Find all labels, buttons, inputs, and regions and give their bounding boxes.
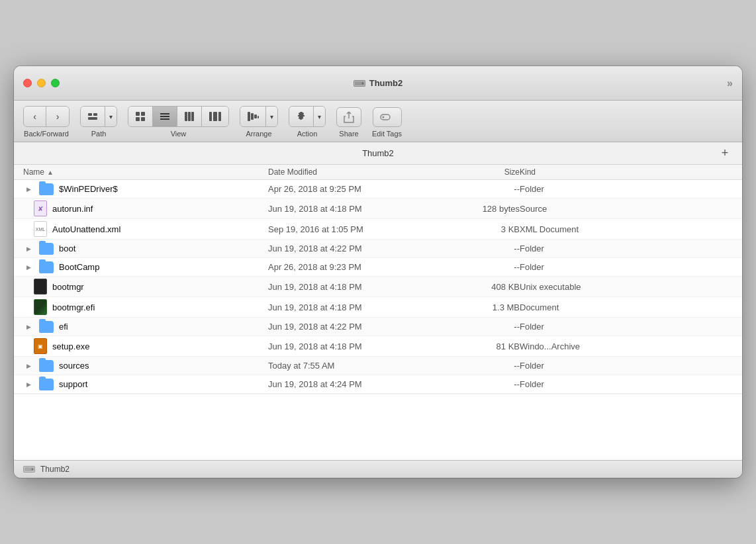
- drive-icon: [354, 79, 365, 88]
- close-button[interactable]: [23, 79, 32, 87]
- file-name-cell: ▶sources: [23, 360, 268, 372]
- table-row[interactable]: bootmgrJun 19, 2018 at 4:18 PM408 KBUnix…: [14, 277, 742, 297]
- forward-button[interactable]: ›: [46, 107, 69, 126]
- action-arrow[interactable]: ▾: [313, 107, 325, 126]
- file-date-cell: Jun 19, 2018 at 4:18 PM: [268, 204, 427, 214]
- gallery-view-button[interactable]: [202, 107, 228, 126]
- folder-icon: [39, 321, 54, 333]
- file-name-cell: bootmgr.efi: [23, 299, 268, 315]
- disclosure-triangle[interactable]: ▶: [23, 322, 34, 332]
- svg-rect-22: [254, 114, 257, 118]
- list-view-button[interactable]: [153, 107, 177, 126]
- svg-rect-15: [188, 112, 191, 121]
- file-kind-cell: Folder: [520, 184, 733, 194]
- svg-rect-24: [381, 114, 390, 120]
- kind-column-header[interactable]: Kind: [520, 167, 733, 177]
- minimize-button[interactable]: [37, 79, 46, 87]
- disclosure-triangle[interactable]: ▶: [23, 262, 34, 273]
- svg-rect-20: [248, 112, 250, 121]
- svg-rect-14: [185, 112, 187, 121]
- action-group: ▾ Action: [289, 106, 326, 138]
- disclosure-triangle[interactable]: ▶: [23, 184, 34, 195]
- back-button[interactable]: ‹: [24, 107, 46, 126]
- folder-icon: [39, 379, 54, 390]
- path-icon: [87, 111, 98, 122]
- bootmgr-file-icon: [34, 279, 47, 295]
- table-row[interactable]: ▶sourcesToday at 7:55 AM--Folder: [14, 357, 742, 375]
- file-name-text: bootmgr: [52, 282, 84, 292]
- disclosure-triangle[interactable]: ▶: [23, 361, 34, 371]
- date-column-header[interactable]: Date Modified: [268, 167, 427, 177]
- svg-rect-9: [136, 117, 140, 121]
- toolbar: ‹ › Back/Forward ▾ Path: [14, 101, 742, 142]
- arrange-label: Arrange: [246, 130, 271, 138]
- disclosure-triangle[interactable]: ▶: [23, 379, 34, 390]
- svg-rect-13: [160, 118, 169, 120]
- file-date-cell: Sep 19, 2016 at 1:05 PM: [268, 224, 427, 234]
- file-date-cell: Apr 26, 2018 at 9:23 PM: [268, 262, 427, 272]
- table-row[interactable]: ▶supportJun 19, 2018 at 4:24 PM--Folder: [14, 375, 742, 394]
- edit-tags-label: Edit Tags: [372, 130, 402, 138]
- svg-rect-7: [136, 112, 140, 116]
- expand-icon[interactable]: »: [727, 77, 733, 89]
- svg-rect-6: [93, 113, 97, 116]
- view-buttons: [128, 106, 229, 127]
- arrange-group: ▾ Arrange: [240, 106, 278, 138]
- drive-small-icon: [23, 465, 35, 474]
- column-view-button[interactable]: [177, 107, 202, 126]
- table-row[interactable]: ▣setup.exeJun 19, 2018 at 4:18 PM81 KBWi…: [14, 336, 742, 357]
- tags-icon: [380, 112, 395, 122]
- table-row[interactable]: ✘autorun.infJun 19, 2018 at 4:18 PM128 b…: [14, 199, 742, 219]
- file-date-cell: Jun 19, 2018 at 4:24 PM: [268, 379, 427, 389]
- file-name-text: setup.exe: [52, 341, 89, 351]
- file-size-cell: 3 KB: [427, 224, 520, 234]
- table-row[interactable]: ▶efiJun 19, 2018 at 4:22 PM--Folder: [14, 318, 742, 336]
- svg-rect-21: [251, 113, 254, 120]
- folder-icon: [39, 360, 54, 372]
- share-button[interactable]: [336, 107, 361, 127]
- table-row[interactable]: ▶BootCampApr 26, 2018 at 9:23 PM--Folder: [14, 258, 742, 277]
- file-name-text: support: [59, 379, 87, 389]
- file-date-cell: Jun 19, 2018 at 4:22 PM: [268, 322, 427, 332]
- action-button-group: ▾: [289, 106, 326, 127]
- name-column-header[interactable]: Name ▲: [23, 167, 268, 177]
- back-forward-label: Back/Forward: [24, 130, 69, 138]
- path-button[interactable]: [81, 107, 105, 126]
- file-date-cell: Jun 19, 2018 at 4:18 PM: [268, 341, 427, 351]
- path-label: Path: [91, 130, 107, 138]
- file-kind-cell: Folder: [520, 322, 733, 332]
- arrange-button-group: ▾: [240, 106, 278, 127]
- table-row[interactable]: ▶bootJun 19, 2018 at 4:22 PM--Folder: [14, 240, 742, 258]
- edit-tags-button[interactable]: [373, 107, 402, 127]
- arrange-arrow[interactable]: ▾: [265, 107, 277, 126]
- add-tab-button[interactable]: +: [717, 146, 733, 160]
- setup-file-icon: ▣: [34, 338, 47, 354]
- file-name-cell: XMLAutoUnattend.xml: [23, 221, 268, 237]
- arrange-button[interactable]: [240, 107, 265, 126]
- share-icon: [344, 111, 354, 123]
- icon-view-button[interactable]: [128, 107, 153, 126]
- svg-point-3: [361, 82, 363, 84]
- svg-rect-16: [191, 112, 194, 121]
- share-group: Share: [336, 107, 361, 138]
- bootmgr-efi-file-icon: [34, 299, 47, 315]
- file-name-cell: ▶BootCamp: [23, 261, 268, 273]
- svg-rect-18: [213, 112, 217, 121]
- svg-point-25: [382, 116, 384, 118]
- file-date-cell: Today at 7:55 AM: [268, 361, 427, 371]
- traffic-lights: [23, 79, 60, 87]
- column-view-icon: [184, 111, 195, 122]
- path-arrow[interactable]: ▾: [105, 107, 117, 126]
- disclosure-triangle[interactable]: ▶: [23, 244, 34, 254]
- arrange-icon: [247, 111, 259, 122]
- maximize-button[interactable]: [51, 79, 60, 87]
- svg-rect-8: [141, 112, 145, 116]
- table-row[interactable]: bootmgr.efiJun 19, 2018 at 4:18 PM1.3 MB…: [14, 297, 742, 318]
- file-kind-cell: Source: [520, 204, 733, 214]
- table-row[interactable]: XMLAutoUnattend.xmlSep 19, 2016 at 1:05 …: [14, 219, 742, 240]
- action-button[interactable]: [289, 107, 313, 126]
- table-row[interactable]: ▶$WinPEDriver$Apr 26, 2018 at 9:25 PM--F…: [14, 180, 742, 199]
- file-name-text: bootmgr.efi: [52, 302, 95, 312]
- file-name-text: autorun.inf: [52, 204, 93, 214]
- size-column-header[interactable]: Size: [427, 167, 520, 177]
